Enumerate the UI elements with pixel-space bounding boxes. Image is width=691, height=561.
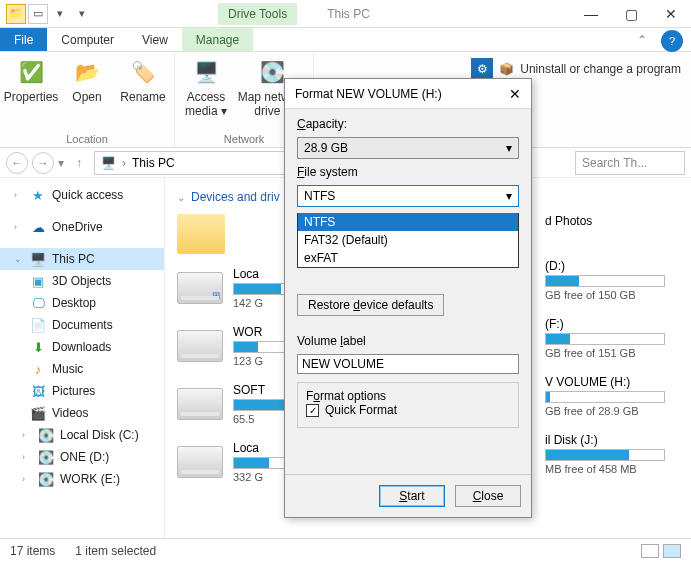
tab-computer[interactable]: Computer [47,28,128,51]
recent-button[interactable]: ▾ [58,156,64,170]
volume-label-input[interactable] [297,354,519,374]
uninstall-link[interactable]: Uninstall or change a program [520,62,681,76]
drive-name: (F:) [545,317,665,331]
minimize-button[interactable]: ― [571,0,611,28]
fs-option-ntfs[interactable]: NTFS [298,213,518,231]
folder-label[interactable]: d Photos [545,214,691,228]
close-dialog-button[interactable]: Close [455,485,521,507]
drive-icon: 💽 [38,427,54,443]
sidebar-label: Downloads [52,340,111,354]
start-button[interactable]: Start [379,485,445,507]
fs-option-fat32[interactable]: FAT32 (Default) [298,231,518,249]
dialog-footer: Start Close [285,474,531,517]
tab-file[interactable]: File [0,28,47,51]
dialog-titlebar: Format NEW VOLUME (H:) ✕ [285,79,531,109]
access-media-button[interactable]: 🖥️Access media ▾ [181,56,231,133]
capacity-label: Capacity: [297,117,519,131]
pc-icon: 🖥️ [101,156,116,170]
restore-defaults-button[interactable]: Restore device defaults [297,294,444,316]
tab-manage[interactable]: Manage [182,28,253,51]
sidebar-3d-objects[interactable]: ▣3D Objects [0,270,164,292]
sidebar-quick-access[interactable]: ›★Quick access [0,184,164,206]
drive-item[interactable]: V VOLUME (H:)GB free of 28.9 GB [545,374,691,418]
sidebar-label: Local Disk (C:) [60,428,139,442]
sidebar-label: Desktop [52,296,96,310]
sidebar-desktop[interactable]: 🖵Desktop [0,292,164,314]
close-button[interactable]: ✕ [651,0,691,28]
sidebar-label: Music [52,362,83,376]
sidebar-this-pc[interactable]: ⌄🖥️This PC [0,248,164,270]
forward-button[interactable]: → [32,152,54,174]
dialog-close-button[interactable]: ✕ [509,86,521,102]
downloads-icon: ⬇ [30,339,46,355]
uninstall-icon[interactable]: 📦 [499,62,514,76]
rename-button[interactable]: 🏷️Rename [118,56,168,133]
quick-format-checkbox[interactable]: ✓ Quick Format [306,403,510,417]
window-title: This PC [327,7,370,21]
star-icon: ★ [30,187,46,203]
access-media-label: Access media ▾ [181,90,231,118]
large-icons-view-icon[interactable] [663,544,681,558]
drive-item[interactable]: il Disk (J:)MB free of 458 MB [545,432,691,476]
sidebar-documents[interactable]: 📄Documents [0,314,164,336]
navigation-pane: ›★Quick access ›☁OneDrive ⌄🖥️This PC ▣3D… [0,178,165,538]
settings-icon[interactable]: ⚙ [471,58,493,80]
details-view-icon[interactable] [641,544,659,558]
folder-thumbnail[interactable] [177,214,225,254]
ribbon-collapse-chevron[interactable]: ⌃ [631,33,653,47]
properties-button[interactable]: ✅Properties [6,56,56,133]
window-controls: ― ▢ ✕ [571,0,691,28]
status-bar: 17 items 1 item selected [0,538,691,561]
fs-option-exfat[interactable]: exFAT [298,249,518,267]
capacity-select[interactable]: 28.9 GB▾ [297,137,519,159]
back-button[interactable]: ← [6,152,28,174]
sidebar-pictures[interactable]: 🖼Pictures [0,380,164,402]
drive-icon [177,446,223,478]
drive-item[interactable]: (F:)GB free of 151 GB [545,316,691,360]
drive-name: V VOLUME (H:) [545,375,665,389]
sidebar-onedrive[interactable]: ›☁OneDrive [0,216,164,238]
tab-view[interactable]: View [128,28,182,51]
capacity-value: 28.9 GB [304,141,348,155]
sidebar-work-e[interactable]: ›💽WORK (E:) [0,468,164,490]
drive-free: MB free of 458 MB [545,463,665,475]
sidebar-one-d[interactable]: ›💽ONE (D:) [0,446,164,468]
search-box[interactable]: Search Th... [575,151,685,175]
help-icon[interactable]: ? [661,30,683,52]
qat-properties-icon[interactable]: ▭ [28,4,48,24]
desktop-icon: 🖵 [30,295,46,311]
open-button[interactable]: 📂Open [62,56,112,133]
format-options-label: Format options [306,389,510,403]
cloud-icon: ☁ [30,219,46,235]
sidebar-label: Videos [52,406,88,420]
drive-icon [177,330,223,362]
explorer-icon[interactable]: 📁 [6,4,26,24]
contextual-tab-drive-tools: Drive Tools [218,3,297,25]
sidebar-videos[interactable]: 🎬Videos [0,402,164,424]
chevron-down-icon: ▾ [506,189,512,203]
sidebar-label: Pictures [52,384,95,398]
maximize-button[interactable]: ▢ [611,0,651,28]
dialog-title: Format NEW VOLUME (H:) [295,87,509,101]
search-placeholder: Search Th... [582,156,647,170]
open-icon: 📂 [71,56,103,88]
ribbon-system-group: ⚙ 📦 Uninstall or change a program [471,58,681,80]
qat-new-icon[interactable]: ▾ [50,4,70,24]
filesystem-dropdown: NTFS FAT32 (Default) exFAT [297,213,519,268]
drive-item[interactable]: (D:)GB free of 150 GB [545,258,691,302]
cube-icon: ▣ [30,273,46,289]
format-dialog: Format NEW VOLUME (H:) ✕ Capacity: 28.9 … [284,78,532,518]
sidebar-music[interactable]: ♪Music [0,358,164,380]
filesystem-select[interactable]: NTFS▾ [297,185,519,207]
qat-customize-icon[interactable]: ▾ [72,4,92,24]
sidebar-downloads[interactable]: ⬇Downloads [0,336,164,358]
up-button[interactable]: ↑ [68,152,90,174]
sidebar-label: OneDrive [52,220,103,234]
ribbon-group-location: ✅Properties 📂Open 🏷️Rename Location [0,52,175,147]
group-label-location: Location [66,133,108,145]
sidebar-local-c[interactable]: ›💽Local Disk (C:) [0,424,164,446]
drive-free: GB free of 150 GB [545,289,665,301]
ribbon-tabs: File Computer View Manage ⌃ ? [0,28,691,52]
drive-name: (D:) [545,259,665,273]
address-text: This PC [132,156,175,170]
